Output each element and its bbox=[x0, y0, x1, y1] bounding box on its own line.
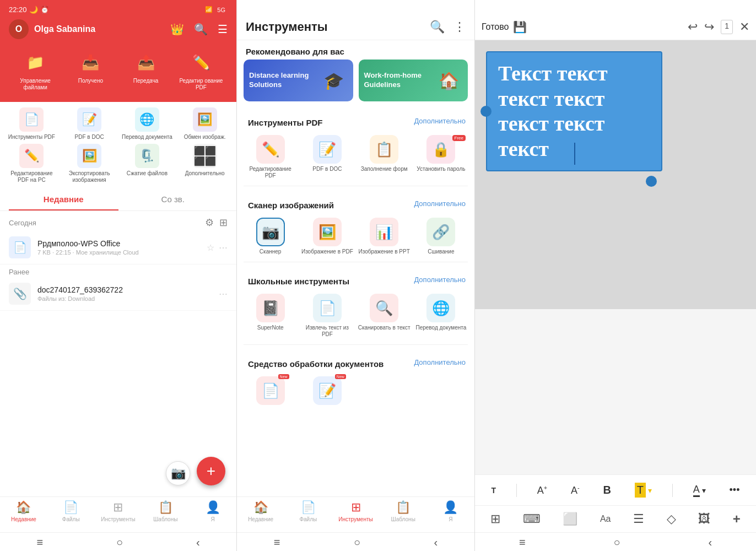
panel1-home: 22:20 🌙 ⏰ 📶 5G O Olga Sabanina 👑 🔍 ☰ 📁 bbox=[0, 0, 237, 551]
search-icon-2[interactable]: 🔍 bbox=[430, 20, 445, 34]
more-icon[interactable]: ⋯ bbox=[219, 242, 228, 253]
banner-workfromhome[interactable]: Work-from-home Guidelines 🏠 bbox=[359, 60, 468, 101]
tc-stitch[interactable]: 🔗 Сшивание bbox=[414, 218, 468, 255]
toolbar-aa-icon[interactable]: Aa bbox=[600, 514, 611, 524]
nav-recent[interactable]: 🏠 Недавние bbox=[0, 500, 47, 522]
toolbar-grid-icon[interactable]: ⊞ bbox=[490, 512, 500, 526]
tc-scan-text[interactable]: 🔍 Сканировать в текст bbox=[358, 294, 411, 338]
tool-compress[interactable]: 🗜️ Сжатие файлов bbox=[120, 144, 175, 183]
toolbar-bold-btn[interactable]: B bbox=[600, 482, 614, 499]
qa-file-manage[interactable]: 📁 Управление файлами bbox=[9, 49, 62, 91]
doc-more-link[interactable]: Дополнительно bbox=[414, 358, 466, 366]
toolbar-keyboard-icon[interactable]: ⌨ bbox=[523, 512, 541, 526]
more-icon-panel2[interactable]: ⋮ bbox=[453, 20, 466, 34]
close-icon[interactable]: ✕ bbox=[739, 20, 749, 34]
toolbar-increase-btn[interactable]: A+ bbox=[534, 482, 550, 499]
tool-export-img[interactable]: 🖼️ Экспортировать изображения bbox=[62, 144, 117, 183]
save-icon[interactable]: 💾 bbox=[513, 20, 527, 34]
tool-translate[interactable]: 🌐 Перевод документа bbox=[120, 107, 175, 141]
nav-me[interactable]: 👤 Я bbox=[189, 500, 236, 522]
selection-handle-left[interactable] bbox=[480, 106, 492, 117]
banner-text-2: Work-from-home Guidelines bbox=[364, 71, 435, 90]
toolbar-frame-icon[interactable]: ⬜ bbox=[563, 512, 577, 526]
toolbar-shape-icon[interactable]: ◇ bbox=[667, 512, 676, 526]
sys-back-icon[interactable]: ‹ bbox=[196, 536, 200, 549]
tool-more[interactable]: ⬛⬛⬛⬛ Дополнительно bbox=[177, 144, 232, 183]
qa-pdf-edit[interactable]: ✏️ Редактир ование PDF bbox=[175, 49, 228, 91]
sys-home-icon-3[interactable]: ○ bbox=[613, 536, 620, 549]
text-selection-box[interactable]: Текст тексттекст тексттекст тексттекст bbox=[486, 51, 662, 171]
sys-home-icon[interactable]: ○ bbox=[116, 536, 123, 549]
tc-password[interactable]: 🔒 Free Установить пароль bbox=[414, 135, 468, 179]
header-icons[interactable]: 👑 🔍 ☰ bbox=[170, 23, 228, 36]
nav2-me[interactable]: 👤 Я bbox=[427, 500, 474, 522]
toolbar-highlight-btn[interactable]: T ▾ bbox=[631, 480, 655, 500]
panel1-header: 22:20 🌙 ⏰ 📶 5G O Olga Sabanina 👑 🔍 ☰ 📁 bbox=[0, 0, 236, 102]
tool-img-exchange[interactable]: 🖼️ Обмен изображ. bbox=[177, 107, 232, 141]
tc-fill-forms[interactable]: 📋 Заполнение форм bbox=[358, 135, 411, 179]
tab-starred[interactable]: Со зв. bbox=[118, 189, 228, 210]
sys-home-icon-2[interactable]: ○ bbox=[354, 536, 360, 549]
search-icon[interactable]: 🔍 bbox=[194, 23, 208, 36]
nav2-recent[interactable]: 🏠 Недавние bbox=[237, 500, 284, 522]
panel2-tools: Инструменты 🔍 ⋮ Рекомендовано для вас Di… bbox=[237, 0, 475, 551]
selection-handle-right[interactable] bbox=[646, 176, 657, 187]
toolbar-text-btn[interactable]: T bbox=[488, 484, 499, 497]
toolbar-list-icon[interactable]: ☰ bbox=[633, 512, 644, 526]
school-section-header: Школьные инструменты Дополнительно bbox=[244, 264, 468, 291]
tc-edit-pdf[interactable]: ✏️ Редактирование PDF bbox=[244, 135, 297, 179]
filter-icon[interactable]: ⚙ bbox=[205, 217, 214, 229]
tc-doc-2[interactable]: 📝 New bbox=[300, 376, 354, 407]
tc-img-ppt[interactable]: 📊 Изображение в PPT bbox=[358, 218, 411, 255]
sys-menu-icon[interactable]: ≡ bbox=[36, 536, 43, 549]
toolbar-decrease-btn[interactable]: A- bbox=[568, 482, 583, 499]
tc-translate-doc[interactable]: 🌐 Перевод документа bbox=[414, 294, 468, 338]
nav2-templates[interactable]: 📋 Шаблоны bbox=[380, 500, 427, 522]
toolbar-more-btn[interactable]: ••• bbox=[726, 482, 743, 498]
recommended-label: Рекомендовано для вас bbox=[244, 40, 468, 60]
scanner-section-header: Сканер изображений Дополнительно bbox=[244, 188, 468, 215]
tc-extract-text[interactable]: 📄 Извлечь текст из PDF bbox=[300, 294, 354, 338]
nav2-files[interactable]: 📄 Файлы bbox=[284, 500, 332, 522]
tc-img-pdf[interactable]: 🖼️ Изображение в PDF bbox=[300, 218, 354, 255]
crown-icon[interactable]: 👑 bbox=[170, 23, 184, 36]
camera-fab[interactable]: 📷 bbox=[166, 461, 190, 485]
more-icon-2[interactable]: ⋯ bbox=[219, 289, 228, 299]
qa-receive[interactable]: 📥 Получено bbox=[64, 49, 117, 91]
pdf-more-link[interactable]: Дополнительно bbox=[414, 117, 466, 125]
tc-scanner[interactable]: 📷 Сканнер bbox=[244, 218, 297, 255]
sys-back-icon-2[interactable]: ‹ bbox=[434, 536, 438, 549]
sys-menu-icon-2[interactable]: ≡ bbox=[274, 536, 280, 549]
tool-pdf-doc[interactable]: 📝 PDF в DOC bbox=[62, 107, 117, 141]
tc-pdf-doc[interactable]: 📝 PDF в DOC bbox=[300, 135, 354, 179]
nav-files[interactable]: 📄 Файлы bbox=[47, 500, 95, 522]
file-item-doc2[interactable]: 📎 doc2740127_639362722 Файлы из: Downloa… bbox=[0, 277, 236, 311]
tool-pdf-tools[interactable]: 📄 Инструменты PDF bbox=[4, 107, 59, 141]
redo-icon[interactable]: ↪ bbox=[704, 20, 714, 34]
editor-canvas[interactable]: Текст тексттекст тексттекст тексттекст bbox=[475, 40, 756, 309]
toolbar-add-icon[interactable]: + bbox=[733, 511, 741, 527]
banner-distance[interactable]: Distance learning Solutions 🎓 bbox=[244, 60, 353, 101]
nav-tools[interactable]: ⊞ Инструменты bbox=[95, 500, 142, 522]
scanner-more-link[interactable]: Дополнительно bbox=[414, 199, 466, 208]
done-button[interactable]: Готово bbox=[482, 22, 509, 32]
school-more-link[interactable]: Дополнительно bbox=[414, 276, 466, 284]
tab-recent[interactable]: Недавние bbox=[9, 189, 118, 210]
undo-icon[interactable]: ↩ bbox=[688, 20, 698, 34]
nav-templates[interactable]: 📋 Шаблоны bbox=[142, 500, 189, 522]
sys-back-icon-3[interactable]: ‹ bbox=[708, 536, 712, 549]
nav2-tools[interactable]: ⊞ Инструменты bbox=[332, 500, 379, 522]
tc-supernote[interactable]: 📓 SuperNote bbox=[244, 294, 297, 338]
grid-icon[interactable]: ⊞ bbox=[219, 217, 228, 229]
file-item-wps[interactable]: 📄 Ррдмполоо-WPS Office 7 KB · 22:15 · Мо… bbox=[0, 231, 236, 264]
tc-doc-1[interactable]: 📄 New bbox=[244, 376, 297, 407]
menu-icon[interactable]: ☰ bbox=[218, 23, 228, 36]
tool-pdf-edit-pc[interactable]: ✏️ Редактирование PDF на PC bbox=[4, 144, 59, 183]
toolbar-font-color-btn[interactable]: A ▾ bbox=[690, 482, 709, 499]
qa-transfer[interactable]: 📤 Передача bbox=[120, 49, 172, 91]
file-icon-gray: 📎 bbox=[9, 283, 31, 305]
sys-menu-icon-3[interactable]: ≡ bbox=[519, 536, 526, 549]
toolbar-image-icon[interactable]: 🖼 bbox=[698, 512, 710, 526]
star-icon[interactable]: ☆ bbox=[207, 242, 214, 253]
add-fab[interactable]: + bbox=[197, 457, 225, 485]
